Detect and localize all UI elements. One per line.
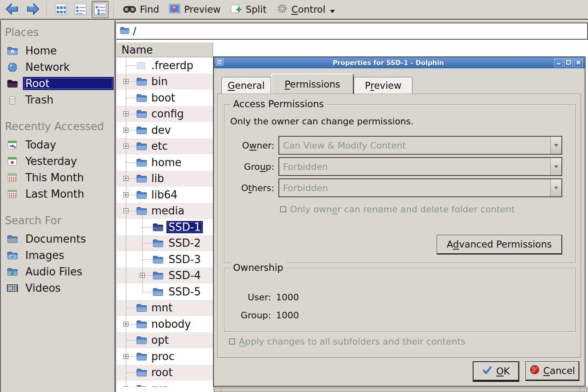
tree-row-lib64[interactable]: lib64 (117, 187, 213, 203)
compact-view-button[interactable] (72, 1, 89, 18)
tree-guide-line (142, 243, 154, 243)
dropdown-arrow-icon[interactable] (550, 158, 561, 175)
tree-row-config[interactable]: config (117, 106, 213, 122)
cancel-button[interactable]: Cancel (525, 361, 579, 381)
sidebar-item-today[interactable]: Today (1, 137, 114, 153)
forward-arrow-icon (25, 2, 40, 17)
tree-row-dev[interactable]: dev (117, 122, 213, 138)
tree-row-nobody[interactable]: nobody (117, 316, 213, 332)
folder-tree: .freerdpbinbootconfigdevetchomeliblib64m… (117, 57, 213, 387)
dropdown-arrow-icon[interactable] (550, 179, 561, 196)
split-button[interactable]: Split (227, 3, 270, 16)
tree-row-freerdp[interactable]: .freerdp (117, 57, 213, 74)
tree-row-ssd-1[interactable]: SSD-1 (117, 219, 213, 235)
tree-item-label: SSD-5 (166, 286, 203, 298)
places-panel: PlacesHomeNetworkRootTrashRecently Acces… (0, 20, 116, 392)
tree-row-ssd-2[interactable]: SSD-2 (117, 235, 213, 252)
group-title: Access Permissions (230, 99, 327, 109)
dropdown-arrow-icon[interactable] (550, 137, 561, 154)
sticky-bit-checkbox[interactable] (280, 206, 286, 212)
folder-icon (136, 320, 147, 329)
folder-icon (136, 142, 147, 151)
group-permission-dropdown[interactable]: Forbidden (278, 157, 562, 176)
preview-image-icon (169, 3, 180, 16)
sidebar-item-videos[interactable]: Videos (1, 280, 114, 296)
gear-icon (276, 3, 288, 16)
tab-preview[interactable]: Preview (354, 77, 413, 94)
owner-permission-row: Owner: Can View & Modify Content (224, 136, 575, 155)
folder-root-icon (6, 79, 19, 88)
tree-row-opt[interactable]: opt (117, 332, 213, 349)
find-button[interactable]: Find (119, 3, 163, 16)
sidebar-item-last-month[interactable]: Last Month (1, 186, 114, 202)
sidebar-item-documents[interactable]: Documents (1, 231, 114, 247)
maximize-button[interactable] (564, 59, 573, 67)
owner-permission-dropdown[interactable]: Can View & Modify Content (278, 136, 562, 155)
sidebar-item-images[interactable]: Images (1, 247, 114, 264)
sidebar-item-trash[interactable]: Trash (1, 92, 114, 108)
tree-row-home[interactable]: home (117, 154, 213, 171)
folder-icon (136, 303, 147, 312)
details-view-icon (94, 2, 107, 17)
folder-icon (120, 26, 130, 36)
sticky-bit-checkbox-row: Only owner can rename and delete folder … (280, 204, 515, 214)
folder-icon (153, 271, 164, 280)
tree-item-label: proc (149, 350, 177, 363)
sidebar-item-this-month[interactable]: This Month (1, 169, 114, 186)
sidebar-item-home[interactable]: Home (1, 43, 114, 59)
advanced-permissions-button[interactable]: Advanced Permissions (437, 235, 562, 255)
horizontal-scrollbar[interactable] (213, 387, 588, 392)
sidebar-item-root[interactable]: Root (1, 75, 114, 92)
tree-item-label: dev (149, 124, 173, 136)
folder-icon (153, 239, 164, 248)
ok-button[interactable]: OK (473, 361, 519, 381)
tree-item-label: config (149, 108, 186, 120)
tab-permissions[interactable]: Permissions (271, 74, 354, 94)
tree-row-proc[interactable]: proc (117, 348, 213, 365)
sidebar-item-yesterday[interactable]: Yesterday (1, 153, 114, 169)
tree-row-lib[interactable]: lib (117, 171, 213, 187)
tree-row-ssd-5[interactable]: SSD-5 (117, 284, 213, 300)
preview-button[interactable]: Preview (165, 2, 224, 17)
apply-recursive-checkbox[interactable] (229, 338, 235, 345)
tree-row-run[interactable]: run (117, 381, 213, 387)
tree-row-mnt[interactable]: mnt (117, 300, 213, 316)
details-view-button[interactable] (92, 1, 109, 18)
tree-row-bin[interactable]: bin (117, 74, 213, 90)
user-row: User: 1000 (230, 290, 299, 304)
folder-icon (136, 109, 147, 118)
sidebar-item-audio-files[interactable]: Audio Files (1, 264, 114, 280)
tree-row-media[interactable]: media (117, 203, 213, 219)
tree-row-root[interactable]: root (117, 365, 213, 381)
minimize-button[interactable] (554, 59, 563, 67)
sidebar-item-label: Images (23, 249, 67, 262)
name-column-header[interactable]: Name (117, 42, 213, 57)
others-permission-dropdown[interactable]: Forbidden (278, 178, 562, 197)
tree-row-ssd-3[interactable]: SSD-3 (117, 251, 213, 268)
tree-row-ssd-4[interactable]: SSD-4 (117, 268, 213, 284)
icons-view-button[interactable] (52, 1, 70, 18)
dialog-titlebar[interactable]: Properties for SSD-1 - Dolphin (214, 57, 585, 68)
tree-guide-line (142, 259, 154, 260)
scrollbar-track[interactable] (214, 387, 587, 392)
tree-item-label: boot (149, 92, 177, 104)
tree-row-etc[interactable]: etc (117, 138, 213, 155)
sidebar-item-label: Documents (23, 232, 88, 246)
folder-icon (136, 190, 147, 199)
forward-button[interactable] (24, 2, 42, 18)
group-permission-row: Group: Forbidden (224, 157, 575, 176)
close-button[interactable] (574, 59, 583, 67)
tree-item-label: SSD-1 (166, 221, 203, 233)
sidebar-item-network[interactable]: Network (1, 59, 114, 75)
control-label: Control (292, 4, 325, 15)
tree-row-boot[interactable]: boot (117, 90, 213, 106)
toolbar-separator (114, 2, 114, 17)
control-menu-button[interactable]: Control (273, 2, 339, 17)
tab-general[interactable]: General (221, 77, 271, 94)
location-bar[interactable]: / (117, 23, 588, 40)
tree-item-label: bin (149, 75, 170, 88)
tree-guide-line (142, 227, 154, 228)
section-label-recently-accessed: Recently Accessed (1, 115, 114, 137)
back-button[interactable] (3, 2, 21, 18)
toolbar-separator (47, 2, 47, 17)
